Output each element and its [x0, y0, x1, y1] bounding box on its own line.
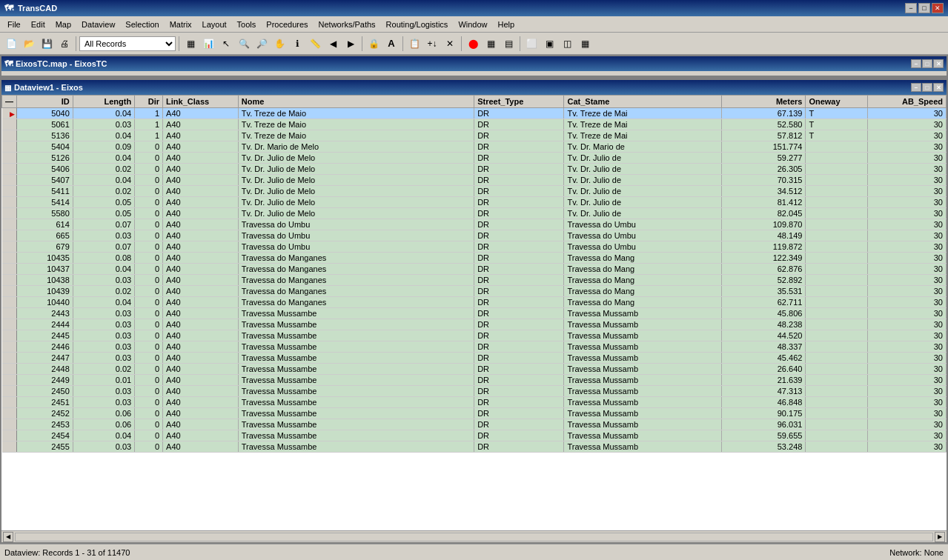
menu-help[interactable]: Help	[494, 19, 520, 30]
table-row[interactable]: 55800.050A40Tv. Dr. Julio de MeloDRTv. D…	[2, 208, 947, 219]
stop-button[interactable]: ⬤	[465, 36, 481, 52]
table-row[interactable]: 6790.070A40Travessa do UmbuDRTravessa do…	[2, 241, 947, 253]
scroll-right-btn[interactable]: ▶	[342, 36, 359, 52]
toolbar-btn-extra1[interactable]: ⬜	[523, 36, 540, 52]
menu-dataview[interactable]: Dataview	[77, 19, 119, 30]
maximize-button[interactable]: □	[918, 3, 930, 13]
table-row[interactable]: 50610.031A40Tv. Treze de MaioDRTv. Treze…	[2, 119, 947, 130]
table-row[interactable]: 24490.010A40Travessa MussambeDRTravessa …	[2, 375, 947, 386]
table-row[interactable]: 54110.020A40Tv. Dr. Julio de MeloDRTv. D…	[2, 186, 947, 197]
menu-selection[interactable]: Selection	[121, 19, 163, 30]
toolbar-btn-extra4[interactable]: ▦	[577, 36, 593, 52]
table-container[interactable]: — ID Length Dir Link_Class Nome Street_T…	[1, 95, 947, 530]
col-catstame[interactable]: Cat_Stame	[564, 96, 721, 108]
dv-maximize[interactable]: □	[922, 83, 932, 92]
zoom-in-button[interactable]: 🔍	[236, 36, 252, 52]
eixos-minimize[interactable]: −	[911, 59, 921, 68]
table-row[interactable]: 24530.060A40Travessa MussambeDRTravessa …	[2, 419, 947, 430]
table-row[interactable]: 104380.030A40Travessa do ManganesDRTrave…	[2, 275, 947, 286]
cell-oneway	[806, 408, 867, 419]
col-abspeed[interactable]: AB_Speed	[867, 96, 946, 108]
table-row[interactable]: 54040.090A40Tv. Dr. Mario de MeloDRTv. D…	[2, 141, 947, 153]
menu-matrix[interactable]: Matrix	[165, 19, 196, 30]
table-row[interactable]: 6140.070A40Travessa do UmbuDRTravessa do…	[2, 219, 947, 230]
col-length[interactable]: Length	[73, 96, 134, 108]
table-row[interactable]: 24540.040A40Travessa MussambeDRTravessa …	[2, 430, 947, 441]
zoom-out-button[interactable]: 🔎	[253, 36, 270, 52]
close-button[interactable]: ✕	[932, 3, 944, 13]
select-tool[interactable]: ↖	[218, 36, 234, 52]
col-streettype[interactable]: Street_Type	[474, 96, 564, 108]
legend-button[interactable]: 📋	[406, 36, 422, 52]
menu-routing[interactable]: Routing/Logistics	[382, 19, 453, 30]
info-button[interactable]: ℹ	[289, 36, 305, 52]
table-row[interactable]: 24520.060A40Travessa MussambeDRTravessa …	[2, 408, 947, 419]
toolbar-btn-extra2[interactable]: ▣	[541, 36, 557, 52]
delete-row-button[interactable]: ✕	[442, 36, 458, 52]
eixos-close[interactable]: ✕	[933, 59, 944, 68]
cell-dir: 0	[135, 353, 163, 364]
menu-networks[interactable]: Networks/Paths	[314, 19, 380, 30]
graph-button[interactable]: ▤	[500, 36, 517, 52]
scroll-right-arrow[interactable]: ▶	[935, 532, 945, 542]
table-row[interactable]: 54060.020A40Tv. Dr. Julio de MeloDRTv. D…	[2, 164, 947, 175]
col-id[interactable]: ID	[17, 96, 73, 108]
col-nome[interactable]: Nome	[238, 96, 474, 108]
menu-tools[interactable]: Tools	[233, 19, 261, 30]
print-button[interactable]: 🖨	[56, 36, 73, 52]
table-row[interactable]: 24550.030A40Travessa MussambeDRTravessa …	[2, 441, 947, 453]
menu-layout[interactable]: Layout	[198, 19, 231, 30]
scroll-left-btn[interactable]: ◀	[325, 36, 341, 52]
col-dir[interactable]: Dir	[135, 96, 163, 108]
scroll-left-arrow[interactable]: ◀	[3, 532, 13, 542]
table-row[interactable]: 54140.050A40Tv. Dr. Julio de MeloDRTv. D…	[2, 197, 947, 208]
cell-meters: 47.313	[721, 386, 806, 397]
table-row[interactable]: 51260.040A40Tv. Dr. Julio de MeloDRTv. D…	[2, 153, 947, 164]
toolbar-btn-extra3[interactable]: ◫	[559, 36, 575, 52]
cell-nome: Travessa Mussambe	[238, 353, 474, 364]
menu-procedures[interactable]: Procedures	[262, 19, 312, 30]
dv-minimize[interactable]: −	[911, 83, 921, 92]
table-row[interactable]: 24440.030A40Travessa MussambeDRTravessa …	[2, 319, 947, 330]
save-button[interactable]: 💾	[39, 36, 55, 52]
new-button[interactable]: 📄	[3, 36, 19, 52]
measure-button[interactable]: 📏	[307, 36, 323, 52]
chart-button[interactable]: 📊	[200, 36, 216, 52]
label-button[interactable]: A	[383, 36, 400, 52]
table-row[interactable]: 24500.030A40Travessa MussambeDRTravessa …	[2, 386, 947, 397]
table-row[interactable]: 24510.030A40Travessa MussambeDRTravessa …	[2, 397, 947, 408]
col-linkclass[interactable]: Link_Class	[163, 96, 239, 108]
menu-window[interactable]: Window	[454, 19, 491, 30]
records-dropdown[interactable]: All Records Selected Records	[79, 36, 176, 51]
table-row[interactable]: 104390.020A40Travessa do ManganesDRTrave…	[2, 286, 947, 297]
menu-file[interactable]: File	[3, 19, 25, 30]
lock-button[interactable]: 🔒	[365, 36, 382, 52]
table-row[interactable]: 104350.080A40Travessa do ManganesDRTrave…	[2, 253, 947, 264]
table-button[interactable]: ▦	[483, 36, 499, 52]
scrollbar-track[interactable]	[15, 533, 933, 541]
table-row[interactable]: 24450.030A40Travessa MussambeDRTravessa …	[2, 330, 947, 341]
table-row[interactable]: ▶50400.041A40Tv. Treze de MaioDRTv. Trez…	[2, 108, 947, 119]
table-row[interactable]: 24460.030A40Travessa MussambeDRTravessa …	[2, 341, 947, 353]
col-meters[interactable]: Meters	[721, 96, 806, 108]
col-oneway[interactable]: Oneway	[806, 96, 867, 108]
table-row[interactable]: 24470.030A40Travessa MussambeDRTravessa …	[2, 353, 947, 364]
table-row[interactable]: 24430.030A40Travessa MussambeDRTravessa …	[2, 308, 947, 319]
table-row[interactable]: 6650.030A40Travessa do UmbuDRTravessa do…	[2, 230, 947, 241]
add-row-button[interactable]: +↓	[424, 36, 440, 52]
grid-view-button[interactable]: ▦	[182, 36, 199, 52]
minimize-button[interactable]: −	[905, 3, 917, 13]
cell-streettype: DR	[474, 430, 564, 441]
open-button[interactable]: 📂	[21, 36, 37, 52]
hand-tool[interactable]: ✋	[271, 36, 288, 52]
table-row[interactable]: 54070.040A40Tv. Dr. Julio de MeloDRTv. D…	[2, 175, 947, 186]
menu-map[interactable]: Map	[51, 19, 76, 30]
table-row[interactable]: 104400.040A40Travessa do ManganesDRTrave…	[2, 297, 947, 308]
table-row[interactable]: 24480.020A40Travessa MussambeDRTravessa …	[2, 364, 947, 375]
dv-close[interactable]: ✕	[933, 83, 944, 92]
table-row[interactable]: 104370.040A40Travessa do ManganesDRTrave…	[2, 264, 947, 275]
cell-length: 0.07	[73, 219, 134, 230]
table-row[interactable]: 51360.041A40Tv. Treze de MaioDRTv. Treze…	[2, 130, 947, 141]
eixos-maximize[interactable]: □	[922, 59, 932, 68]
menu-edit[interactable]: Edit	[27, 19, 50, 30]
